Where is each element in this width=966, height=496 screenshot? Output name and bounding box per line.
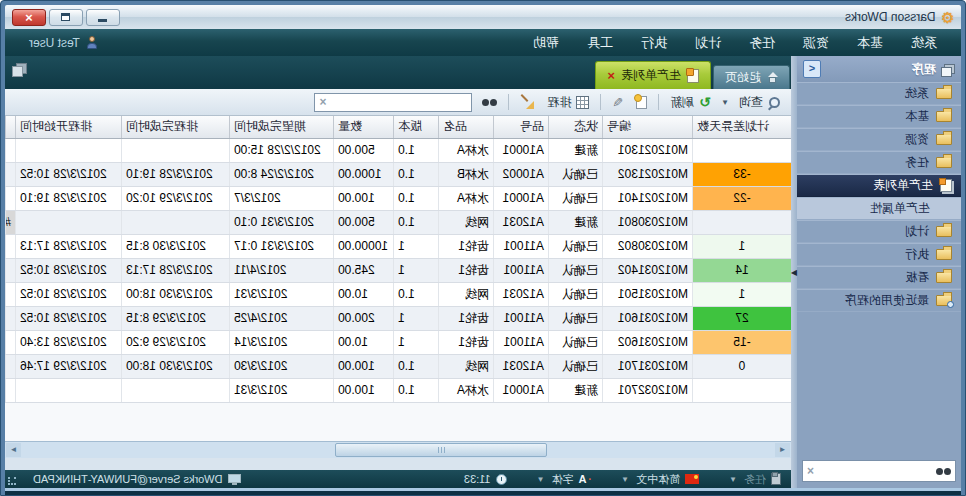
new-button[interactable]	[631, 94, 652, 111]
menu-tools[interactable]: 工具	[573, 29, 627, 56]
sidebar-splitter[interactable]: ▶	[791, 56, 797, 488]
column-header-ver[interactable]: 版本	[393, 116, 438, 138]
cell-ver: 1.0	[393, 355, 438, 378]
close-button[interactable]: ×	[12, 9, 46, 26]
menu-task[interactable]: 任务	[735, 29, 789, 56]
menu-bar: 系统 基本 资源 任务 计划 执行 工具 帮助 Test User	[5, 29, 961, 56]
sidebar-item-resource[interactable]: 资源	[797, 128, 961, 151]
table-row[interactable]: -22M012021401已确认A10001水杯A1.0100.002012/3…	[5, 187, 791, 211]
table-row[interactable]: 0M012031701已确认A12031网线1.0100.002012/3/30…	[5, 355, 791, 379]
cell-name: 齿轮1	[438, 307, 493, 330]
scrollbar-thumb[interactable]	[335, 443, 547, 457]
table-row[interactable]: M012021301新建A10001水杯A1.0500.002012/2/28 …	[5, 139, 791, 163]
sidebar-item-system[interactable]: 系统	[797, 82, 961, 105]
splitter-arrow-icon[interactable]: ▶	[791, 268, 797, 277]
menu-basic[interactable]: 基本	[843, 29, 897, 56]
tab-close-icon[interactable]: ×	[607, 69, 615, 82]
cell-start: 2012/3/28 10:52	[15, 163, 121, 186]
resize-grip[interactable]	[8, 477, 16, 485]
scroll-right-icon[interactable]: ►	[6, 443, 21, 457]
cell-edge	[5, 259, 15, 282]
menu-execute[interactable]: 执行	[627, 29, 681, 56]
table-row[interactable]: 14M012031402已确认A11001齿轮11245.002012/4/11…	[5, 259, 791, 283]
scroll-left-icon[interactable]: ◄	[775, 443, 790, 457]
cell-code: M012021301	[602, 139, 692, 162]
query-button[interactable]: 查询	[734, 92, 786, 113]
cell-edge	[5, 235, 15, 258]
clear-button[interactable]	[515, 93, 539, 111]
dropdown-icon: ▼	[619, 475, 631, 484]
sidebar-title: 程序	[912, 61, 936, 78]
cell-start: 2012/3/28 10:52	[15, 283, 121, 306]
menu-resource[interactable]: 资源	[789, 29, 843, 56]
dropdown-icon: ▼	[727, 475, 739, 484]
cell-name: 水杯B	[438, 163, 493, 186]
menu-system[interactable]: 系统	[897, 29, 951, 56]
table-row[interactable]: 27M012031601已确认A11001齿轮11200.002012/4/25…	[5, 307, 791, 331]
cell-status: 已确认	[548, 259, 602, 282]
column-header-diff[interactable]: 计划差异天数	[692, 116, 791, 138]
maximize-button[interactable]	[49, 9, 83, 26]
table-row[interactable]: 1M012031501已确认A12031网线1.010.002012/3/312…	[5, 283, 791, 307]
sidebar-item-recent-programs[interactable]: 最近使用的程序	[797, 289, 961, 312]
query-dropdown-icon[interactable]: ▼	[719, 98, 731, 107]
table-row[interactable]: M012032701新建A10001水杯A1.0100.002012/3/31	[5, 379, 791, 403]
sidebar-item-plan[interactable]: 计划	[797, 220, 961, 243]
user-area[interactable]: Test User	[15, 36, 98, 50]
sidebar-collapse-button[interactable]: <	[803, 60, 821, 78]
column-header-status[interactable]: 状态	[548, 116, 602, 138]
sidebar-item-production-order-properties[interactable]: 生产单属性	[797, 197, 961, 220]
menu-plan[interactable]: 计划	[681, 29, 735, 56]
column-header-qty[interactable]: 数量	[333, 116, 393, 138]
status-language-group[interactable]: 简体中文 ▼	[619, 472, 699, 487]
cell-status: 已确认	[548, 163, 602, 186]
clear-search-icon[interactable]: ×	[807, 465, 814, 477]
cell-start: 2012/3/28 10:52	[15, 307, 121, 330]
status-time-group[interactable]: 11:33	[464, 473, 507, 485]
edit-button[interactable]: ✎	[607, 94, 628, 111]
schedule-button[interactable]: 排程	[542, 92, 594, 113]
refresh-button[interactable]: ↻ 刷新	[665, 92, 716, 113]
menu-help[interactable]: 帮助	[519, 29, 573, 56]
horizontal-scrollbar[interactable]: ◄ ►	[5, 441, 791, 458]
cell-start: 2012/3/29 17:46	[15, 355, 121, 378]
cell-diff	[692, 379, 791, 402]
toolbar-search-input[interactable]	[329, 94, 467, 110]
table-row[interactable]: -15M012031602已确认A11001齿轮1110.002012/3/14…	[5, 331, 791, 355]
cell-qty: 200.00	[333, 307, 393, 330]
status-task-group[interactable]: 任务 ▼	[727, 472, 781, 487]
cell-edge	[5, 355, 15, 378]
column-header-code[interactable]: 编号	[602, 116, 692, 138]
cell-ver: 1	[393, 331, 438, 354]
table-row[interactable]: M012030801新建A12031网线1.0500.002012/3/31 0…	[5, 211, 791, 235]
sidebar-item-production-order-list[interactable]: 生产单列表	[797, 174, 961, 197]
sidebar-item-task[interactable]: 任务	[797, 151, 961, 174]
table-row[interactable]: -33M012021302已确认A10002水杯B1.01000.002012/…	[5, 163, 791, 187]
find-button[interactable]	[477, 96, 502, 109]
status-font-group[interactable]: A 字体 ▼	[535, 472, 592, 487]
cell-due: 2012/4/25	[229, 307, 333, 330]
title-bar[interactable]: ⚙ Darsson DWorks ×	[5, 5, 961, 29]
cell-ver: 1.0	[393, 187, 438, 210]
column-header-name[interactable]: 品名	[438, 116, 493, 138]
tab-start-page[interactable]: 起始页	[713, 65, 790, 89]
cell-item: A11001	[493, 235, 548, 258]
column-header-item[interactable]: 品号	[493, 116, 548, 138]
minimize-button[interactable]	[86, 9, 120, 26]
table-row[interactable]: 1M012030802已确认A11001齿轮1110000.002012/3/3…	[5, 235, 791, 259]
sidebar-item-kanban[interactable]: 看板	[797, 266, 961, 289]
binoculars-icon[interactable]	[936, 467, 951, 476]
sidebar-search-input[interactable]	[818, 463, 932, 479]
column-header-due[interactable]: 期望完成时间	[229, 116, 333, 138]
cell-name: 齿轮1	[438, 235, 493, 258]
clear-search-icon[interactable]: ×	[319, 96, 326, 108]
tab-production-order-list[interactable]: 生产单列表 ×	[595, 61, 711, 89]
sidebar-item-execute[interactable]: 执行	[797, 243, 961, 266]
sidebar-item-basic[interactable]: 基本	[797, 105, 961, 128]
column-header-end[interactable]: 排程完成时间	[121, 116, 229, 138]
column-header-edge[interactable]	[5, 116, 15, 138]
pin-windows-icon[interactable]	[12, 63, 27, 76]
cell-diff: 0	[692, 355, 791, 378]
status-time: 11:33	[464, 473, 491, 485]
column-header-start[interactable]: 排程开始时间	[15, 116, 121, 138]
